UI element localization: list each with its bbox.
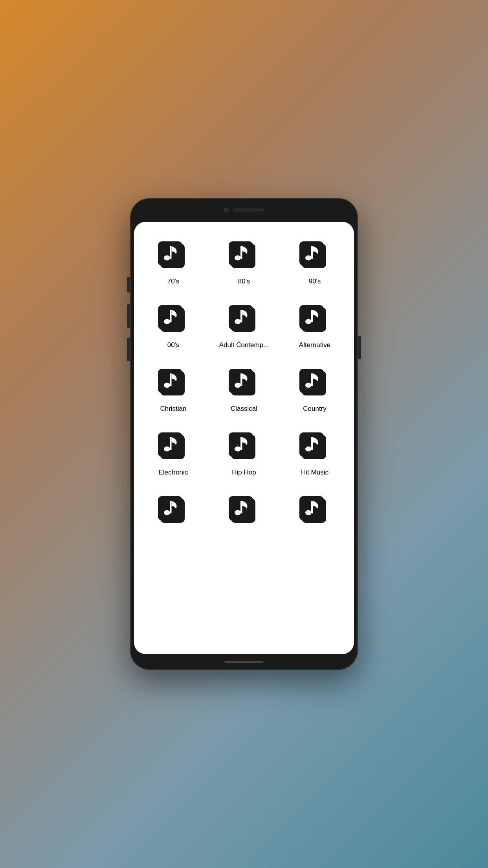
music-icon-classical bbox=[226, 365, 262, 400]
genre-item-90s[interactable]: 90's bbox=[279, 230, 350, 293]
genre-item-alternative[interactable]: Alternative bbox=[279, 293, 350, 357]
genre-label-adult-contemporary: Adult Contemp... bbox=[219, 341, 269, 349]
svg-point-2 bbox=[164, 256, 170, 261]
genre-label-00s: 00's bbox=[167, 341, 180, 349]
genre-item-genre-14[interactable] bbox=[209, 484, 279, 540]
svg-point-30 bbox=[235, 383, 241, 388]
genre-item-adult-contemporary[interactable]: Adult Contemp... bbox=[209, 293, 279, 357]
svg-rect-11 bbox=[311, 246, 313, 259]
svg-point-38 bbox=[164, 447, 170, 452]
svg-rect-39 bbox=[170, 437, 172, 450]
svg-point-58 bbox=[305, 510, 312, 515]
genre-label-electronic: Electronic bbox=[159, 469, 188, 476]
power-button bbox=[358, 336, 361, 359]
genre-item-classical[interactable]: Classical bbox=[209, 357, 279, 421]
volume-up-button bbox=[127, 304, 130, 328]
music-icon-90s bbox=[297, 237, 332, 273]
earpiece-speaker bbox=[233, 208, 264, 211]
svg-point-46 bbox=[305, 447, 312, 452]
music-icon-hip-hop bbox=[226, 428, 262, 464]
svg-rect-59 bbox=[311, 501, 313, 513]
genre-item-70s[interactable]: 70's bbox=[138, 230, 209, 293]
genre-item-80s[interactable]: 80's bbox=[209, 230, 279, 293]
genre-item-genre-13[interactable] bbox=[138, 484, 209, 540]
mute-button bbox=[127, 277, 130, 292]
genre-label-alternative: Alternative bbox=[299, 341, 330, 349]
music-icon-genre-14 bbox=[226, 492, 262, 528]
music-icon-hit-music bbox=[297, 428, 332, 464]
genre-item-genre-15[interactable] bbox=[279, 484, 350, 540]
svg-point-34 bbox=[305, 383, 312, 388]
music-icon-christian bbox=[156, 365, 191, 400]
svg-rect-55 bbox=[240, 501, 242, 513]
music-icon-70s bbox=[156, 237, 191, 273]
genre-item-christian[interactable]: Christian bbox=[138, 357, 209, 421]
genre-item-00s[interactable]: 00's bbox=[138, 293, 209, 357]
genre-label-70s: 70's bbox=[167, 278, 180, 285]
front-camera bbox=[224, 208, 229, 212]
music-icon-alternative bbox=[297, 301, 332, 337]
svg-point-50 bbox=[164, 510, 170, 515]
genre-label-country: Country bbox=[303, 405, 327, 413]
svg-point-10 bbox=[305, 256, 312, 261]
music-icon-genre-13 bbox=[156, 492, 191, 528]
genre-label-hit-music: Hit Music bbox=[301, 469, 328, 476]
svg-rect-35 bbox=[311, 373, 313, 386]
screen-content[interactable]: 70's 80's bbox=[134, 222, 354, 654]
svg-rect-15 bbox=[170, 310, 172, 322]
genre-label-christian: Christian bbox=[160, 405, 186, 413]
music-icon-80s bbox=[226, 237, 262, 273]
genre-label-80s: 80's bbox=[238, 278, 250, 285]
svg-rect-7 bbox=[240, 246, 242, 259]
home-indicator bbox=[224, 661, 264, 663]
svg-point-42 bbox=[235, 447, 241, 452]
phone-bottom-bar bbox=[130, 654, 358, 670]
genre-label-90s: 90's bbox=[309, 278, 321, 285]
music-icon-country bbox=[297, 365, 332, 400]
svg-point-22 bbox=[305, 319, 312, 324]
music-icon-electronic bbox=[156, 428, 191, 464]
music-icon-00s bbox=[156, 301, 191, 337]
genre-label-hip-hop: Hip Hop bbox=[232, 469, 256, 476]
svg-point-6 bbox=[235, 256, 241, 261]
volume-down-button bbox=[127, 338, 130, 361]
svg-rect-23 bbox=[311, 310, 313, 322]
svg-rect-51 bbox=[170, 501, 172, 513]
svg-rect-27 bbox=[170, 373, 172, 386]
svg-rect-43 bbox=[240, 437, 242, 450]
genre-item-hip-hop[interactable]: Hip Hop bbox=[209, 421, 279, 484]
svg-rect-3 bbox=[170, 246, 172, 259]
svg-point-14 bbox=[164, 319, 170, 324]
music-icon-adult-contemporary bbox=[226, 301, 262, 337]
svg-rect-19 bbox=[240, 310, 242, 322]
genre-label-classical: Classical bbox=[231, 405, 257, 413]
genre-item-electronic[interactable]: Electronic bbox=[138, 421, 209, 484]
svg-rect-31 bbox=[240, 373, 242, 386]
svg-point-26 bbox=[164, 383, 170, 388]
genre-item-hit-music[interactable]: Hit Music bbox=[279, 421, 350, 484]
genre-grid: 70's 80's bbox=[134, 222, 354, 548]
svg-rect-47 bbox=[311, 437, 313, 450]
genre-item-country[interactable]: Country bbox=[279, 357, 350, 421]
svg-point-54 bbox=[235, 510, 241, 515]
phone-screen: 70's 80's bbox=[134, 222, 354, 654]
svg-point-18 bbox=[235, 319, 241, 324]
music-icon-genre-15 bbox=[297, 492, 332, 528]
phone-frame: 70's 80's bbox=[130, 198, 358, 670]
phone-top-bar bbox=[130, 198, 358, 222]
